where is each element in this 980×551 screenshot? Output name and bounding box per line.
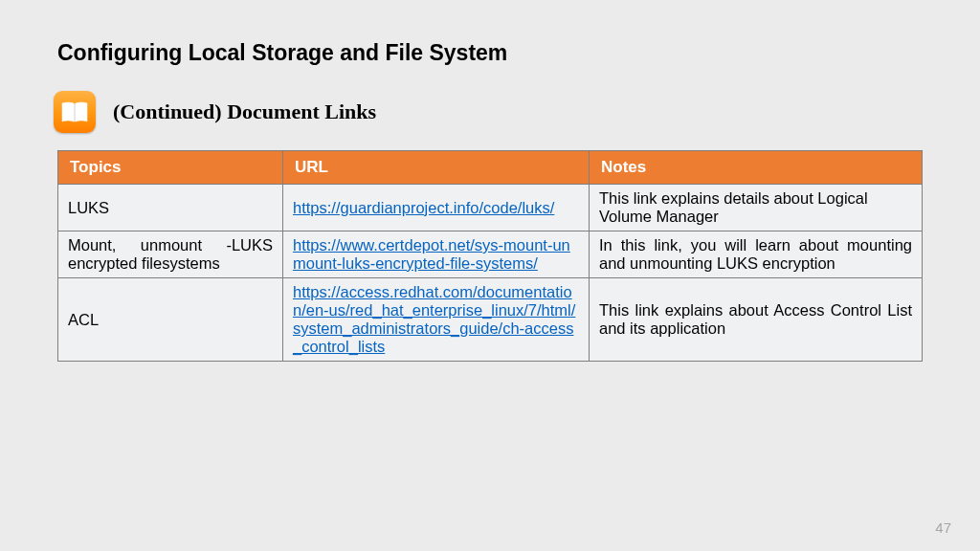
subtitle: (Continued) Document Links: [113, 99, 376, 124]
doc-link[interactable]: https://access.redhat.com/documentation/…: [293, 283, 575, 355]
cell-url: https://access.redhat.com/documentation/…: [283, 278, 590, 362]
page-title: Configuring Local Storage and File Syste…: [57, 40, 923, 66]
links-table: Topics URL Notes LUKShttps://guardianpro…: [57, 150, 923, 362]
header-notes: Notes: [590, 151, 923, 185]
header-url: URL: [283, 151, 590, 185]
table-row: Mount, unmount -LUKS encrypted filesyste…: [58, 231, 923, 278]
subtitle-row: (Continued) Document Links: [54, 91, 923, 133]
header-topics: Topics: [58, 151, 283, 185]
table-row: ACLhttps://access.redhat.com/documentati…: [58, 278, 923, 362]
cell-topic: Mount, unmount -LUKS encrypted filesyste…: [58, 231, 283, 278]
cell-url: https://www.certdepot.net/sys-mount-unmo…: [283, 231, 590, 278]
doc-link[interactable]: https://guardianproject.info/code/luks/: [293, 199, 554, 216]
table-row: LUKShttps://guardianproject.info/code/lu…: [58, 185, 923, 231]
cell-notes: This link explains about Access Control …: [590, 278, 923, 362]
cell-notes: This link explains details about Logical…: [590, 185, 923, 231]
page-number: 47: [935, 519, 951, 536]
cell-topic: LUKS: [58, 185, 283, 231]
doc-link[interactable]: https://www.certdepot.net/sys-mount-unmo…: [293, 236, 570, 272]
cell-notes: In this link, you will learn about mount…: [590, 231, 923, 278]
book-icon: [54, 91, 96, 133]
cell-url: https://guardianproject.info/code/luks/: [283, 185, 590, 231]
table-header-row: Topics URL Notes: [58, 151, 923, 185]
cell-topic: ACL: [58, 278, 283, 362]
